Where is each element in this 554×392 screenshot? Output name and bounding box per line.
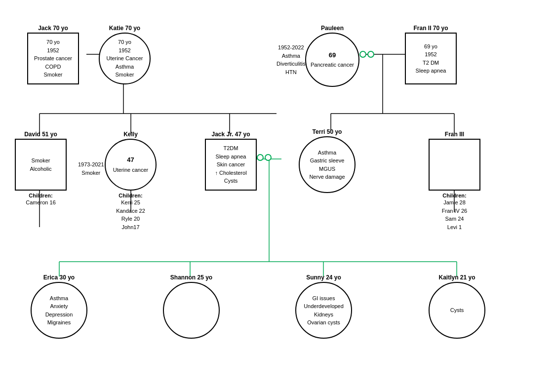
- fran3-shape: [429, 139, 480, 191]
- david-children-label: Children:: [29, 193, 52, 198]
- katie-label: Katie 70 yo: [109, 25, 140, 32]
- shannon-shape: [163, 282, 220, 339]
- kelly-shape: 47Uterine cancer: [105, 139, 157, 191]
- fran3-children-label: Children:: [442, 193, 466, 198]
- kelly-info: 47Uterine cancer: [113, 155, 149, 174]
- kaitlyn-label: Kaitlyn 21 yo: [438, 274, 475, 281]
- kelly-children: Kerri 25Kandace 22Ryle 20John17: [116, 198, 145, 231]
- marriage-jackjr-terri-b: [265, 154, 272, 161]
- david-label: David 51 yo: [24, 131, 57, 138]
- pauleen-shape: 69Pancreatic cancer: [305, 33, 359, 87]
- marriage-pauleen-fran2: [359, 51, 366, 58]
- jack-label: Jack 70 yo: [38, 25, 68, 32]
- node-jackjr: Jack Jr. 47 yo T2DMSleep apneaSkin cance…: [205, 131, 257, 191]
- jackjr-shape: T2DMSleep apneaSkin cancer↑ CholesterolC…: [205, 139, 257, 191]
- jack-shape: 70 yo1952Prostate cancerCOPDSmoker: [27, 33, 79, 84]
- pauleen-label: Pauleen: [321, 25, 344, 32]
- david-shape: SmokerAlcoholic: [15, 139, 67, 191]
- node-erica: Erica 30 yo AsthmaAnxietyDepressionMigra…: [31, 274, 87, 339]
- marriage-pauleen-fran2b: [367, 51, 374, 58]
- pauleen-info: 69Pancreatic cancer: [311, 50, 354, 70]
- shannon-label: Shannon 25 yo: [170, 274, 212, 281]
- node-fran3: Fran III Children: Jamie 28Fran IV 26Sam…: [429, 131, 480, 231]
- katie-info: 70 yo1952Uterine CancerAsthmaSmoker: [107, 38, 143, 79]
- kelly-children-label: Children:: [119, 193, 142, 198]
- fran3-label: Fran III: [445, 131, 464, 138]
- sunny-label: Sunny 24 yo: [306, 274, 341, 281]
- node-shannon: Shannon 25 yo: [163, 274, 220, 339]
- node-kelly: Kelly 47Uterine cancer Children: Kerri 2…: [105, 131, 157, 231]
- david-children: Cameron 16: [26, 198, 56, 207]
- terri-shape: AsthmaGastric sleeveMGUSNerve damage: [299, 136, 356, 193]
- sunny-shape: GI issuesUnderdevelopedKidneysOvarian cy…: [295, 282, 352, 339]
- katie-shape: 70 yo1952Uterine CancerAsthmaSmoker: [99, 33, 151, 84]
- fran2-label: Fran II 70 yo: [413, 25, 448, 32]
- terri-info: AsthmaGastric sleeveMGUSNerve damage: [309, 149, 345, 181]
- erica-shape: AsthmaAnxietyDepressionMigraines: [31, 282, 87, 339]
- node-sunny: Sunny 24 yo GI issuesUnderdevelopedKidne…: [295, 274, 352, 339]
- pauleen-sideinfo: 1952-2022AsthmaDiverticulitisHTN: [277, 43, 306, 76]
- node-katie: Katie 70 yo 70 yo1952Uterine CancerAsthm…: [99, 25, 151, 84]
- kaitlyn-info: Cysts: [450, 306, 464, 314]
- node-pauleen: Pauleen 69Pancreatic cancer: [305, 25, 359, 87]
- node-fran2: Fran II 70 yo 69 yo1952T2 DMSleep apnea: [405, 25, 457, 84]
- kelly-label: Kelly: [123, 131, 138, 138]
- fran2-info: 69 yo1952T2 DMSleep apnea: [416, 42, 446, 75]
- marriage-jackjr-terri-a: [257, 154, 264, 161]
- erica-info: AsthmaAnxietyDepressionMigraines: [45, 294, 73, 327]
- genogram: Jack 70 yo 70 yo1952Prostate cancerCOPDS…: [0, 0, 554, 392]
- node-terri: Terri 50 yo AsthmaGastric sleeveMGUSNerv…: [299, 128, 356, 193]
- david-info: SmokerAlcoholic: [30, 157, 51, 173]
- fran3-children: Jamie 28Fran IV 26Sam 24Levi 1: [442, 198, 467, 231]
- kaitlyn-shape: Cysts: [429, 282, 485, 339]
- jackjr-info: T2DMSleep apneaSkin cancer↑ CholesterolC…: [215, 144, 246, 185]
- fran2-shape: 69 yo1952T2 DMSleep apnea: [405, 33, 457, 84]
- erica-label: Erica 30 yo: [43, 274, 75, 281]
- jack-info: 70 yo1952Prostate cancerCOPDSmoker: [34, 38, 72, 79]
- node-david: David 51 yo SmokerAlcoholic Children: Ca…: [15, 131, 67, 207]
- jackjr-label: Jack Jr. 47 yo: [211, 131, 250, 138]
- node-jack: Jack 70 yo 70 yo1952Prostate cancerCOPDS…: [27, 25, 79, 84]
- node-kaitlyn: Kaitlyn 21 yo Cysts: [429, 274, 485, 339]
- sunny-info: GI issuesUnderdevelopedKidneysOvarian cy…: [304, 294, 344, 327]
- kelly-sideinfo: 1973-2021Smoker: [78, 160, 104, 177]
- terri-label: Terri 50 yo: [313, 128, 342, 135]
